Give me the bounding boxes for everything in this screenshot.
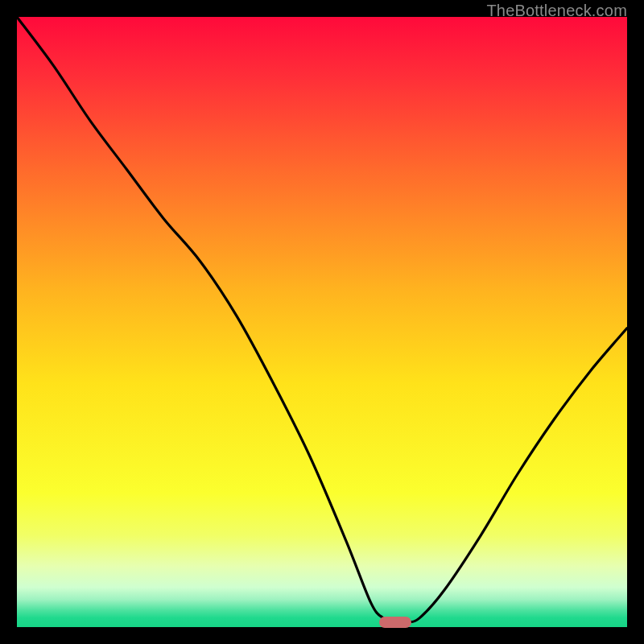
gradient-background <box>17 17 627 627</box>
chart-svg <box>17 17 627 627</box>
plot-area <box>17 17 627 627</box>
chart-frame: TheBottleneck.com <box>0 0 644 644</box>
optimal-marker <box>379 617 411 628</box>
